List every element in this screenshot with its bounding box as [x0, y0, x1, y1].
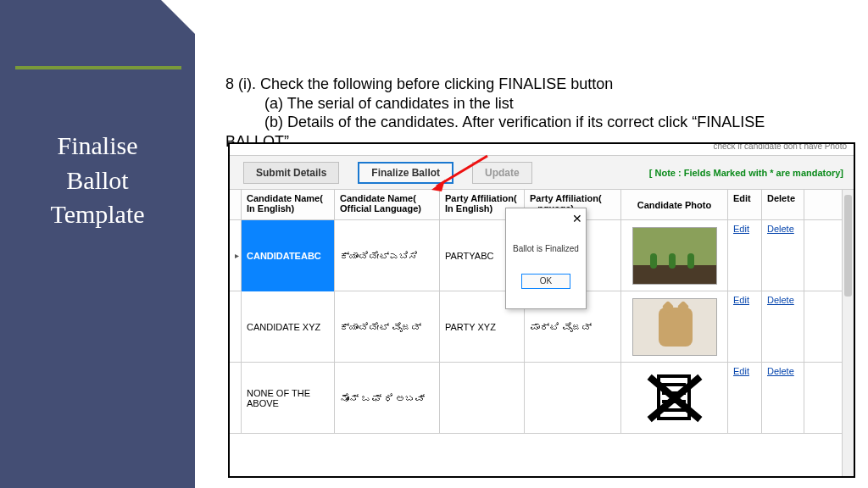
cell-party-en — [440, 363, 525, 434]
delete-link[interactable]: Delete — [762, 220, 804, 291]
edit-link[interactable]: Edit — [728, 291, 762, 363]
sidebar-divider — [15, 66, 181, 69]
toolbar: Submit Details Finalize Ballot Update [ … — [230, 156, 854, 190]
edit-link[interactable]: Edit — [728, 220, 762, 291]
table-row: NONE OF THE ABOVE ನೋನ್ ಒಫ್ ಧಿ ಅಬವ್ Edit … — [230, 363, 854, 434]
mandatory-note: [ Note : Fields Marked with * are mandat… — [649, 168, 843, 178]
delete-link[interactable]: Delete — [762, 363, 804, 434]
cell-name-en: CANDIDATE XYZ — [242, 291, 335, 363]
finalize-ballot-button[interactable]: Finalize Ballot — [358, 162, 453, 184]
cell-photo — [621, 363, 728, 434]
row-selector-icon[interactable] — [230, 363, 242, 434]
sidebar-title-line1: Finalise — [58, 131, 138, 159]
photo-checkbox-label: check if candidate don't have Photo — [713, 144, 847, 151]
sidebar-title: Finalise Ballot Template — [0, 129, 195, 232]
cell-name-en[interactable]: CANDIDATEABC — [242, 220, 335, 291]
cell-party-ol — [525, 363, 621, 434]
instruction-line-1: 8 (i). Check the following before clicki… — [225, 75, 844, 94]
instruction-text: 8 (i). Check the following before clicki… — [225, 75, 844, 151]
grid-header-name-ol: Candidate Name( Official Language) — [335, 190, 440, 219]
nota-icon — [637, 368, 713, 429]
sidebar-title-line2: Ballot — [66, 166, 128, 194]
grid-header-photo: Candidate Photo — [621, 190, 728, 219]
grid-header-delete: Delete — [762, 190, 804, 219]
sidebar-corner-notch — [161, 0, 195, 34]
edit-link[interactable]: Edit — [728, 363, 762, 434]
instruction-line-3: (b) Details of the candidates. After ver… — [264, 113, 844, 132]
grid-header-name-en: Candidate Name( In English) — [242, 190, 335, 219]
candidate-photo-thumb — [632, 298, 717, 356]
close-icon[interactable]: ✕ — [572, 212, 582, 225]
delete-link[interactable]: Delete — [762, 291, 804, 363]
grid-header-edit: Edit — [728, 190, 762, 219]
instruction-line-2: (a) The serial of candidates in the list — [264, 94, 844, 114]
cell-name-en: NONE OF THE ABOVE — [242, 363, 335, 434]
cell-name-ol: ನೋನ್ ಒಫ್ ಧಿ ಅಬವ್ — [335, 363, 440, 434]
dialog-titlebar: ✕ — [506, 212, 586, 225]
cell-photo — [621, 291, 728, 363]
submit-details-button[interactable]: Submit Details — [243, 162, 339, 184]
row-selector-icon[interactable]: ▸ — [230, 220, 242, 291]
ok-button[interactable]: OK — [521, 274, 570, 289]
photo-checkbox-row: check if candidate don't have Photo — [230, 144, 854, 156]
cell-photo — [621, 220, 728, 291]
update-button[interactable]: Update — [472, 162, 532, 184]
sidebar: Finalise Ballot Template — [0, 0, 195, 488]
dialog-message: Ballot is Finalized — [506, 244, 586, 253]
row-selector-icon[interactable] — [230, 291, 242, 363]
scrollbar-thumb[interactable] — [844, 195, 852, 297]
finalized-dialog: ✕ Ballot is Finalized OK — [505, 208, 587, 309]
candidate-photo-thumb — [632, 227, 717, 285]
grid-header-marker — [230, 190, 242, 219]
cell-name-ol: ಕ್ಯಾಂಡಿಡೇಟ್ ವೈಜಡ್ — [335, 291, 440, 363]
sidebar-title-line3: Template — [50, 200, 144, 228]
cell-name-ol: ಕ್ಯಾಂಡಿಡೇಟ್‌ಎಬಿಸಿ — [335, 220, 440, 291]
vertical-scrollbar[interactable] — [842, 190, 854, 476]
app-frame: check if candidate don't have Photo Subm… — [228, 142, 855, 478]
